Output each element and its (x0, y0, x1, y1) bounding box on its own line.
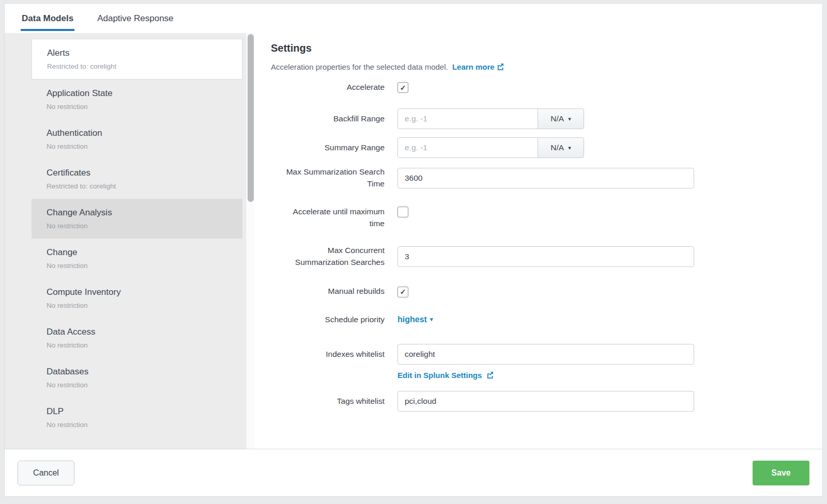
manual-rebuilds-checkbox[interactable]: ✓ (397, 287, 408, 297)
row-max-summarization-search-time: Max Summarization Search Time (271, 166, 802, 190)
sidebar-item-databases[interactable]: Databases No restriction (32, 358, 242, 398)
dialog-body: Alerts Restricted to: corelight Applicat… (5, 33, 822, 449)
row-max-concurrent-summarization-searches: Max Concurrent Summarization Searches (271, 245, 802, 268)
chevron-down-icon: ▾ (568, 145, 571, 151)
model-name: Certificates (47, 168, 242, 178)
row-accelerate-until-maximum-time: Accelerate until maximum time (271, 206, 802, 229)
row-indexes-whitelist: Indexes whitelist (271, 344, 802, 365)
max-summarization-search-time-input[interactable] (397, 168, 694, 188)
row-accelerate: Accelerate ✓ (271, 82, 802, 93)
sidebar-item-change-analysis[interactable]: Change Analysis No restriction (32, 199, 242, 239)
settings-description-text: Acceleration properties for the selected… (271, 62, 448, 71)
accelerate-label: Accelerate (271, 82, 385, 93)
backfill-range-input[interactable] (397, 108, 538, 129)
learn-more-link[interactable]: Learn more (452, 62, 503, 71)
backfill-range-unit-dropdown[interactable]: N/A ▾ (538, 108, 584, 129)
chevron-down-icon: ▾ (430, 317, 433, 322)
model-name: Data Access (47, 327, 242, 337)
sidebar-item-compute-inventory[interactable]: Compute Inventory No restriction (32, 278, 242, 318)
model-restriction: Restricted to: corelight (47, 62, 242, 70)
acceleration-form: Accelerate ✓ Backfill Range N/A ▾ (271, 82, 802, 412)
sidebar-item-data-access[interactable]: Data Access No restriction (32, 318, 242, 358)
learn-more-label: Learn more (452, 62, 495, 71)
data-model-sidebar: Alerts Restricted to: corelight Applicat… (5, 33, 255, 449)
model-name: Databases (47, 367, 242, 377)
max-concurrent-summarization-searches-input[interactable] (397, 246, 694, 267)
model-name: Application State (47, 88, 242, 99)
summary-range-group: N/A ▾ (397, 137, 584, 158)
schedule-priority-label: Schedule priority (271, 314, 385, 325)
accelerate-until-maximum-time-label: Accelerate until maximum time (271, 206, 385, 229)
indexes-whitelist-input[interactable] (397, 344, 694, 365)
schedule-priority-dropdown[interactable]: highest ▾ (397, 315, 433, 324)
model-restriction: No restriction (47, 222, 242, 230)
external-link-icon (497, 64, 503, 70)
tags-whitelist-label: Tags whitelist (271, 396, 385, 407)
settings-dialog: Data Models Adaptive Response Alerts Res… (4, 3, 823, 497)
tab-adaptive-response[interactable]: Adaptive Response (97, 4, 173, 33)
backfill-range-unit-value: N/A (550, 114, 564, 123)
edit-in-splunk-settings-label: Edit in Splunk Settings (397, 371, 482, 380)
model-restriction: Restricted to: corelight (47, 182, 242, 190)
model-name: Compute Inventory (47, 287, 242, 297)
summary-range-unit-value: N/A (550, 143, 564, 152)
save-button[interactable]: Save (753, 461, 809, 485)
manual-rebuilds-label: Manual rebuilds (271, 286, 385, 297)
sidebar-item-alerts[interactable]: Alerts Restricted to: corelight (32, 39, 242, 80)
schedule-priority-value: highest (397, 315, 427, 324)
summary-range-label: Summary Range (271, 142, 385, 153)
accelerate-until-maximum-time-checkbox[interactable] (397, 207, 408, 217)
row-backfill-range: Backfill Range N/A ▾ (271, 108, 802, 129)
model-name: Authentication (47, 128, 242, 138)
max-concurrent-summarization-searches-label: Max Concurrent Summarization Searches (271, 245, 385, 268)
model-restriction: No restriction (47, 262, 242, 270)
model-restriction: No restriction (47, 381, 242, 389)
tab-data-models-label: Data Models (22, 13, 73, 24)
row-tags-whitelist: Tags whitelist (271, 391, 802, 412)
tab-adaptive-response-label: Adaptive Response (97, 13, 173, 24)
chevron-down-icon: ▾ (568, 116, 571, 122)
sidebar-item-application-state[interactable]: Application State No restriction (32, 80, 242, 119)
model-name: Alerts (47, 48, 242, 58)
backfill-range-label: Backfill Range (271, 113, 385, 124)
model-name: Change (47, 247, 242, 258)
model-restriction: No restriction (47, 103, 242, 111)
edit-in-splunk-settings-link[interactable]: Edit in Splunk Settings (397, 371, 493, 380)
model-restriction: No restriction (47, 302, 242, 309)
sidebar-item-change[interactable]: Change No restriction (32, 239, 242, 278)
cancel-button[interactable]: Cancel (18, 461, 74, 485)
accelerate-checkbox[interactable]: ✓ (397, 82, 408, 93)
tab-data-models[interactable]: Data Models (22, 4, 73, 33)
summary-range-input[interactable] (397, 137, 538, 158)
model-name: DLP (47, 406, 242, 417)
sidebar-item-authentication[interactable]: Authentication No restriction (32, 119, 242, 159)
model-restriction: No restriction (47, 143, 242, 150)
settings-panel: Settings Acceleration properties for the… (255, 33, 822, 449)
sidebar-item-certificates[interactable]: Certificates Restricted to: corelight (32, 159, 242, 199)
dialog-footer: Cancel Save (5, 449, 822, 496)
max-summarization-search-time-label: Max Summarization Search Time (271, 166, 385, 190)
external-link-icon (486, 372, 493, 379)
model-restriction: No restriction (47, 341, 242, 349)
summary-range-unit-dropdown[interactable]: N/A ▾ (538, 137, 584, 158)
tab-bar: Data Models Adaptive Response (5, 4, 822, 33)
row-summary-range: Summary Range N/A ▾ (271, 137, 802, 158)
data-model-list: Alerts Restricted to: corelight Applicat… (32, 39, 242, 437)
sidebar-scrollbar-thumb[interactable] (248, 34, 254, 202)
tags-whitelist-input[interactable] (397, 391, 694, 412)
page-title: Settings (271, 42, 802, 54)
model-restriction: No restriction (47, 421, 242, 429)
row-schedule-priority: Schedule priority highest ▾ (271, 314, 802, 325)
row-edit-in-splunk-settings: Edit in Splunk Settings (271, 371, 802, 380)
backfill-range-group: N/A ▾ (397, 108, 584, 129)
model-name: Change Analysis (47, 208, 242, 218)
row-manual-rebuilds: Manual rebuilds ✓ (271, 286, 802, 297)
indexes-whitelist-label: Indexes whitelist (271, 349, 385, 360)
settings-description: Acceleration properties for the selected… (271, 62, 802, 71)
sidebar-item-dlp[interactable]: DLP No restriction (32, 398, 242, 437)
sidebar-scrollbar[interactable] (246, 33, 255, 449)
